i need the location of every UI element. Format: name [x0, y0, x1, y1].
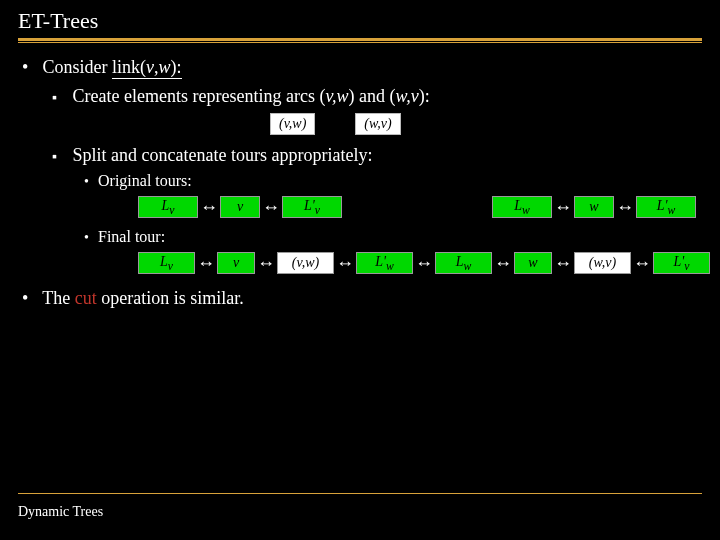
arrow-icon: ↔ [614, 198, 636, 216]
arrow-icon: ↔ [631, 254, 653, 272]
sub-create-arcs: Create elements representing arcs (v,w) … [70, 86, 710, 135]
bullet-link: Consider link(v,w): Create elements repr… [40, 57, 710, 274]
arrow-icon: ↔ [492, 254, 514, 272]
arrow-icon: ↔ [260, 198, 282, 216]
sub-split-concat: Split and concatenate tours appropriatel… [70, 145, 710, 274]
arrow-icon: ↔ [255, 254, 277, 272]
arc-box-vw: (v,w) [270, 113, 315, 135]
box-Lpv: L'v [282, 196, 342, 218]
box-arc-wv: (w,v) [574, 252, 631, 274]
title-area: ET-Trees [0, 0, 720, 43]
final-tour-label: Final tour: [100, 228, 710, 246]
slide-title: ET-Trees [18, 8, 702, 34]
final-tour-row: Lv ↔ v ↔ (v,w) ↔ L'w ↔ Lw ↔ w ↔ [138, 252, 710, 274]
arrow-icon: ↔ [552, 254, 574, 272]
arrow-icon: ↔ [334, 254, 356, 272]
bullet-list: Consider link(v,w): Create elements repr… [10, 57, 710, 309]
box-Lw: Lw [492, 196, 552, 218]
tour-list: Final tour: [70, 228, 710, 246]
text: The [42, 288, 74, 308]
bullet-cut: The cut operation is similar. [40, 288, 710, 309]
box-Lv: Lv [138, 252, 195, 274]
title-rule-thin [18, 42, 702, 43]
arrow-icon: ↔ [198, 198, 220, 216]
arrow-icon: ↔ [552, 198, 574, 216]
box-v: v [220, 196, 260, 218]
box-Lv: Lv [138, 196, 198, 218]
footer-rule [18, 493, 702, 494]
pair-wv: w,v [396, 86, 419, 106]
box-arc-vw: (v,w) [277, 252, 334, 274]
text: operation is similar. [97, 288, 244, 308]
box-Lpw: L'w [356, 252, 413, 274]
cut-keyword: cut [75, 288, 97, 308]
original-tours-row: Lv ↔ v ↔ L'v Lw ↔ w ↔ L'w [138, 196, 710, 218]
box-w: w [574, 196, 614, 218]
slide: ET-Trees Consider link(v,w): Create elem… [0, 0, 720, 540]
title-rule-thick [18, 38, 702, 41]
text: Create elements representing arcs ( [73, 86, 326, 106]
box-Lpw: L'w [636, 196, 696, 218]
text: ) and ( [349, 86, 396, 106]
link-operation: link(v,w): [112, 57, 182, 79]
arc-box-wv: (w,v) [355, 113, 400, 135]
box-v: v [217, 252, 255, 274]
text: ): [419, 86, 430, 106]
slide-body: Consider link(v,w): Create elements repr… [0, 57, 720, 309]
arc-boxes-row: (v,w) (w,v) [270, 113, 710, 135]
bullet-text: Consider [43, 57, 113, 77]
sub-list: Create elements representing arcs (v,w) … [40, 86, 710, 274]
arrow-icon: ↔ [413, 254, 435, 272]
footer-text: Dynamic Trees [18, 504, 103, 520]
original-tours-label: Original tours: [100, 172, 710, 190]
arrow-icon: ↔ [195, 254, 217, 272]
box-w: w [514, 252, 552, 274]
pair-vw: v,w [325, 86, 348, 106]
box-Lpv: L'v [653, 252, 710, 274]
tour-list: Original tours: [70, 172, 710, 190]
box-Lw: Lw [435, 252, 492, 274]
text: Split and concatenate tours appropriatel… [73, 145, 373, 165]
